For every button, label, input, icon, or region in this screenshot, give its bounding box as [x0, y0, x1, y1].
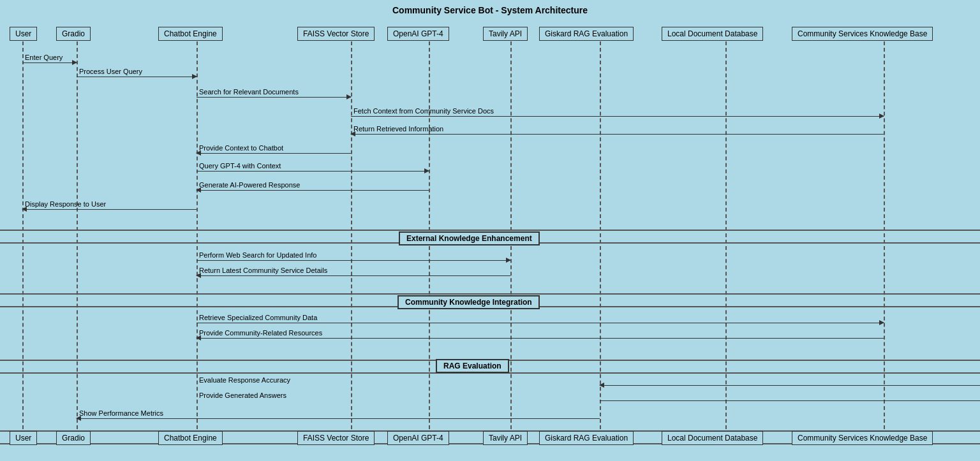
arrow-label-6: Query GPT-4 with Context	[199, 162, 281, 170]
arrow-15	[77, 418, 600, 419]
arrow-0	[22, 62, 77, 63]
arrow-label-12: Provide Community-Related Resources	[199, 329, 322, 337]
section-line	[0, 293, 980, 295]
actor-gradio: Gradio	[56, 27, 91, 41]
section-label: Community Knowledge Integration	[397, 295, 540, 309]
actor-faiss: FAISS Vector Store	[297, 27, 375, 41]
arrow-13	[600, 385, 980, 386]
arrow-label-15: Show Performance Metrics	[79, 409, 163, 417]
arrow-10	[197, 275, 510, 276]
arrow-5	[197, 153, 351, 154]
diagram-title: Community Service Bot - System Architect…	[0, 0, 980, 19]
actor-bottom-openai: OpenAI GPT-4	[387, 431, 449, 445]
arrow-label-0: Enter Query	[25, 54, 63, 61]
arrow-label-11: Retrieve Specialized Community Data	[199, 314, 317, 321]
arrow-1	[77, 77, 197, 77]
actor-openai: OpenAI GPT-4	[387, 27, 449, 41]
actor-bottom-csknowledge: Community Services Knowledge Base	[792, 431, 933, 445]
lifeline-csknowledge	[884, 41, 885, 429]
actor-user: User	[10, 27, 37, 41]
arrow-label-7: Generate AI-Powered Response	[199, 181, 300, 189]
arrow-label-8: Display Response to User	[25, 200, 106, 208]
actor-csknowledge: Community Services Knowledge Base	[792, 27, 933, 41]
actor-bottom-user: User	[10, 431, 37, 445]
lifeline-localdoc	[725, 41, 727, 429]
arrow-7	[197, 190, 429, 191]
arrow-label-5: Provide Context to Chatbot	[199, 144, 283, 152]
arrow-6	[197, 171, 429, 172]
arrow-label-2: Search for Relevant Documents	[199, 88, 299, 96]
actor-bottom-localdoc: Local Document Database	[662, 431, 763, 445]
arrow-label-14: Provide Generated Answers	[199, 391, 286, 399]
lifeline-user	[22, 41, 24, 429]
arrow-label-3: Fetch Context from Community Service Doc…	[353, 107, 494, 115]
lifeline-gradio	[77, 41, 78, 429]
arrow-12	[197, 338, 884, 339]
arrow-2	[197, 97, 351, 98]
lifeline-giskard	[600, 41, 601, 429]
arrow-label-9: Perform Web Search for Updated Info	[199, 251, 316, 259]
actor-bottom-chatbot: Chatbot Engine	[158, 431, 223, 445]
arrow-label-13: Evaluate Response Accuracy	[199, 376, 290, 384]
actor-bottom-tavily: Tavily API	[483, 431, 528, 445]
arrow-label-1: Process User Query	[79, 68, 142, 75]
actor-chatbot: Chatbot Engine	[158, 27, 223, 41]
actor-giskard: Giskard RAG Evaluation	[539, 27, 634, 41]
actor-localdoc: Local Document Database	[662, 27, 763, 41]
actor-bottom-giskard: Giskard RAG Evaluation	[539, 431, 634, 445]
arrow-11	[197, 323, 884, 323]
arrow-label-4: Return Retrieved Information	[353, 125, 443, 133]
arrow-14	[600, 400, 980, 401]
actor-bottom-gradio: Gradio	[56, 431, 91, 445]
section-label: External Knowledge Enhancement	[399, 231, 540, 245]
arrow-label-10: Return Latest Community Service Details	[199, 267, 327, 274]
section-line	[0, 230, 980, 231]
arrow-8	[22, 209, 197, 210]
arrow-9	[197, 260, 510, 261]
lifeline-faiss	[351, 41, 352, 429]
arrow-4	[351, 134, 884, 135]
arrow-3	[351, 116, 884, 117]
lifeline-chatbot	[197, 41, 198, 429]
section-label: RAG Evaluation	[436, 359, 509, 373]
actor-bottom-faiss: FAISS Vector Store	[297, 431, 375, 445]
actor-tavily: Tavily API	[483, 27, 528, 41]
